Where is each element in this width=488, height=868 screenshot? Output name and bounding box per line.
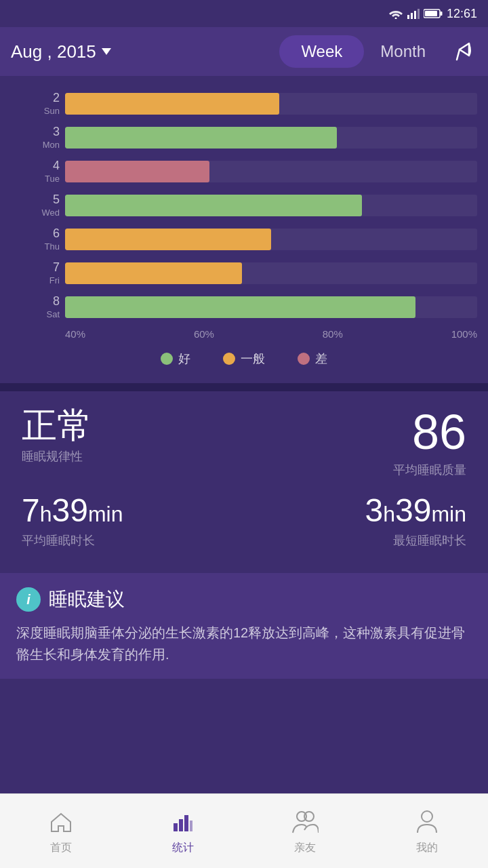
tab-week[interactable]: Week — [279, 35, 364, 68]
day-num-5: 5 — [11, 193, 60, 208]
stat-regularity: 正常 睡眠规律性 — [22, 408, 239, 478]
bar-sat — [65, 296, 415, 318]
bar-fri — [65, 262, 242, 284]
stat-regularity-value: 正常 — [22, 408, 239, 443]
section-divider — [0, 383, 488, 391]
status-icons: 12:61 — [388, 7, 477, 21]
wifi-icon — [388, 8, 403, 19]
svg-rect-4 — [418, 9, 420, 19]
chart-container: 2 Sun 3 Mon 4 Tue — [11, 90, 477, 340]
x-label-80: 80% — [323, 328, 343, 340]
info-icon: i — [16, 587, 41, 612]
header: Aug , 2015 Week Month — [0, 27, 488, 76]
stat-avg-duration-label: 平均睡眠时长 — [22, 532, 239, 549]
day-num-4: 4 — [11, 159, 60, 174]
date-selector[interactable]: Aug , 2015 — [11, 41, 271, 62]
legend-good: 好 — [161, 351, 190, 367]
svg-point-0 — [394, 18, 396, 20]
chart-row-sat: 8 Sat — [65, 293, 477, 321]
bar-tue — [65, 161, 209, 182]
svg-rect-2 — [411, 13, 413, 19]
share-button[interactable] — [450, 38, 477, 65]
advice-text: 深度睡眠期脑垂体分泌的生长激素的12释放达到高峰，这种激素具有促进骨骼生长和身体… — [16, 622, 472, 665]
stat-quality: 86 平均睡眠质量 — [249, 408, 466, 478]
day-name-sun: Sun — [11, 106, 60, 117]
day-name-sat: Sat — [11, 309, 60, 320]
dropdown-arrow-icon[interactable] — [102, 48, 111, 55]
legend-average: 一般 — [223, 351, 265, 367]
stats-section: 正常 睡眠规律性 86 平均睡眠质量 7h39min 平均睡眠时长 3h39mi… — [0, 391, 488, 565]
home-icon — [46, 807, 76, 837]
nav-label-home: 首页 — [50, 841, 72, 855]
stat-quality-value: 86 — [249, 408, 466, 456]
nav-label-profile: 我的 — [416, 841, 438, 855]
nav-item-home[interactable]: 首页 — [0, 807, 122, 855]
svg-rect-11 — [190, 821, 192, 831]
chart-rows: 2 Sun 3 Mon 4 Tue — [65, 90, 477, 321]
legend-label-good: 好 — [178, 351, 190, 367]
bar-wed — [65, 195, 362, 216]
chart-row-fri: 7 Fri — [65, 259, 477, 288]
svg-rect-9 — [179, 819, 183, 831]
day-num-7: 7 — [11, 260, 60, 275]
time-display: 12:61 — [447, 7, 477, 21]
legend-label-average: 一般 — [241, 351, 265, 367]
day-name-wed: Wed — [11, 208, 60, 218]
nav-label-friends: 亲友 — [294, 841, 316, 855]
x-label-40: 40% — [65, 328, 85, 340]
stat-min-duration-label: 最短睡眠时长 — [249, 532, 466, 549]
stat-min-duration-value: 3h39min — [249, 494, 466, 527]
tab-group: Week Month — [279, 35, 442, 68]
day-name-mon: Mon — [11, 140, 60, 151]
chart-row-mon: 3 Mon — [65, 123, 477, 152]
bottom-nav: 首页 统计 亲友 — [0, 793, 488, 868]
nav-item-stats[interactable]: 统计 — [122, 807, 244, 855]
signal-icon — [407, 8, 420, 19]
date-text: Aug , 2015 — [11, 41, 96, 62]
chart-icon — [168, 807, 198, 837]
profile-icon — [412, 807, 442, 837]
legend-poor: 差 — [298, 351, 327, 367]
stat-regularity-label: 睡眠规律性 — [22, 448, 239, 465]
tab-month[interactable]: Month — [364, 35, 442, 68]
svg-point-14 — [422, 811, 432, 822]
stat-avg-duration-value: 7h39min — [22, 494, 239, 527]
chart-section: 2 Sun 3 Mon 4 Tue — [0, 76, 488, 383]
nav-item-profile[interactable]: 我的 — [366, 807, 488, 855]
svg-rect-10 — [184, 815, 188, 831]
status-bar: 12:61 — [0, 0, 488, 27]
day-name-fri: Fri — [11, 275, 60, 286]
chart-row-tue: 4 Tue — [65, 157, 477, 186]
svg-rect-6 — [440, 12, 442, 16]
stat-min-duration: 3h39min 最短睡眠时长 — [249, 494, 466, 549]
chart-row-thu: 6 Thu — [65, 225, 477, 254]
legend-label-poor: 差 — [315, 351, 327, 367]
svg-rect-1 — [407, 15, 409, 19]
chart-row-sun: 2 Sun — [65, 90, 477, 118]
legend-dot-average — [223, 353, 235, 365]
friends-icon — [290, 807, 320, 837]
svg-rect-3 — [414, 11, 416, 19]
x-label-100: 100% — [451, 328, 477, 340]
day-num-8: 8 — [11, 294, 60, 309]
nav-item-friends[interactable]: 亲友 — [244, 807, 366, 855]
advice-header: i 睡眠建议 — [16, 587, 472, 612]
legend-dot-poor — [298, 353, 310, 365]
battery-icon — [424, 8, 443, 19]
legend-dot-good — [161, 353, 173, 365]
stat-avg-duration: 7h39min 平均睡眠时长 — [22, 494, 239, 549]
bar-sun — [65, 93, 279, 115]
day-name-thu: Thu — [11, 241, 60, 252]
svg-rect-8 — [174, 823, 178, 831]
bar-thu — [65, 229, 271, 250]
nav-label-stats: 统计 — [172, 841, 194, 855]
bar-mon — [65, 127, 337, 149]
day-num-2: 2 — [11, 91, 60, 106]
advice-title: 睡眠建议 — [49, 587, 125, 612]
x-axis: 40% 60% 80% 100% — [65, 328, 477, 340]
svg-rect-7 — [425, 11, 437, 16]
day-num-3: 3 — [11, 125, 60, 140]
chart-legend: 好 一般 差 — [11, 351, 477, 372]
day-num-6: 6 — [11, 226, 60, 241]
day-name-tue: Tue — [11, 174, 60, 184]
